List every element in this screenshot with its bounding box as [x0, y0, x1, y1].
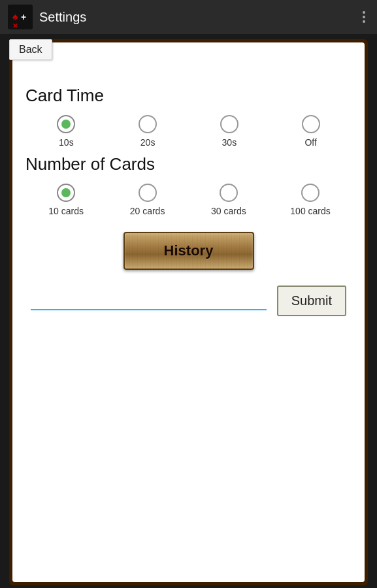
submit-button[interactable]: Submit [277, 286, 346, 316]
overflow-dot-2 [363, 16, 365, 18]
num-cards-option-30[interactable]: 30 cards [209, 184, 248, 216]
svg-rect-0 [8, 5, 33, 29]
content-inner: Back Card Time 10s 20s 30s Off [12, 42, 365, 582]
svg-text:✕: ✕ [12, 22, 18, 29]
top-bar: ♠ + ✕ Settings [0, 0, 377, 34]
num-cards-radio-group: 10 cards 20 cards 30 cards 100 cards [25, 184, 352, 216]
radio-10cards-label: 10 cards [48, 206, 84, 216]
content-wrapper: Back Card Time 10s 20s 30s Off [9, 39, 368, 585]
num-cards-option-10[interactable]: 10 cards [46, 184, 86, 216]
overflow-menu-button[interactable] [359, 7, 369, 27]
card-time-radio-group: 10s 20s 30s Off [25, 115, 352, 148]
overflow-dot-1 [363, 11, 365, 14]
svg-text:+: + [21, 12, 26, 22]
text-input[interactable] [31, 292, 267, 310]
radio-100cards-label: 100 cards [290, 206, 330, 216]
radio-30s-label: 30s [222, 137, 237, 148]
overflow-dot-3 [363, 20, 365, 23]
radio-20cards[interactable] [139, 184, 157, 202]
radio-10s-label: 10s [59, 137, 74, 148]
page-title: Settings [39, 10, 86, 25]
radio-30cards[interactable] [220, 184, 238, 202]
radio-20s-label: 20s [140, 137, 156, 148]
svg-text:♠: ♠ [12, 11, 18, 22]
radio-10cards-inner [61, 188, 71, 197]
history-button[interactable]: History [123, 232, 254, 270]
top-bar-left: ♠ + ✕ Settings [8, 5, 86, 29]
radio-20cards-label: 20 cards [130, 206, 165, 216]
card-time-option-10s[interactable]: 10s [46, 115, 86, 148]
radio-10s[interactable] [57, 115, 75, 133]
back-button[interactable]: Back [9, 39, 52, 60]
radio-off-label: Off [304, 137, 316, 148]
submit-row: Submit [25, 286, 352, 316]
radio-10s-inner [61, 120, 71, 129]
radio-10cards[interactable] [57, 184, 75, 202]
card-time-option-20s[interactable]: 20s [128, 115, 167, 148]
card-time-option-off[interactable]: Off [291, 115, 331, 148]
app-icon: ♠ + ✕ [8, 5, 33, 29]
num-cards-option-20[interactable]: 20 cards [128, 184, 167, 216]
card-time-title: Card Time [25, 86, 352, 106]
card-time-option-30s[interactable]: 30s [210, 115, 249, 148]
num-cards-title: Number of Cards [25, 154, 352, 174]
radio-off[interactable] [302, 115, 320, 133]
radio-100cards[interactable] [301, 184, 320, 202]
radio-20s[interactable] [139, 115, 157, 133]
num-cards-option-100[interactable]: 100 cards [290, 184, 330, 216]
radio-30s[interactable] [220, 115, 238, 133]
radio-30cards-label: 30 cards [211, 206, 246, 216]
